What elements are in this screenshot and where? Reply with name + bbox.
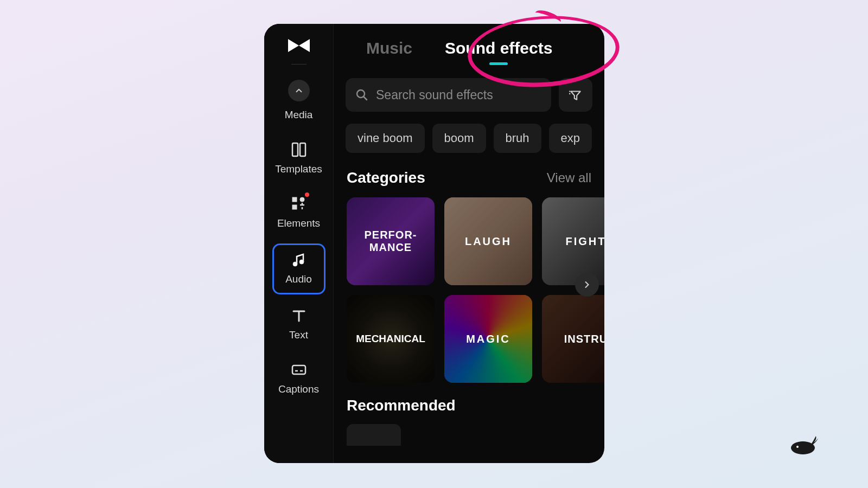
next-arrow-button[interactable]	[575, 273, 599, 297]
svg-rect-2	[292, 197, 297, 202]
svg-rect-7	[292, 365, 305, 374]
search-input[interactable]	[376, 88, 541, 102]
text-icon	[290, 306, 308, 325]
search-icon	[355, 88, 368, 101]
category-label: PERFOR- MANCE	[365, 229, 417, 254]
category-label: MECHANICAL	[356, 333, 425, 345]
recommended-item[interactable]	[347, 424, 591, 446]
notification-dot-icon	[305, 192, 309, 197]
svg-point-6	[299, 260, 304, 264]
tab-music[interactable]: Music	[366, 39, 412, 57]
recommended-title: Recommended	[347, 397, 591, 414]
chevron-right-icon	[582, 279, 592, 290]
chip-exp[interactable]: exp	[549, 124, 592, 153]
category-mechanical[interactable]: MECHANICAL	[347, 295, 435, 383]
sidebar-item-audio[interactable]: Audio	[272, 243, 326, 294]
svg-point-3	[300, 197, 304, 202]
captions-icon	[290, 361, 308, 379]
category-label: LAUGH	[465, 235, 512, 248]
category-label: MAGIC	[466, 333, 510, 345]
categories-title: Categories	[347, 169, 425, 187]
sidebar-item-text[interactable]: Text	[272, 301, 326, 349]
sidebar-item-templates[interactable]: Templates	[272, 135, 326, 183]
audio-panel: Media Templates Elements Audio Te	[264, 24, 604, 463]
sidebar-label: Audio	[285, 273, 312, 285]
svg-point-10	[796, 446, 799, 448]
filter-icon	[569, 88, 583, 102]
chip-vine-boom[interactable]: vine boom	[346, 124, 425, 153]
categories-header: Categories View all	[334, 153, 604, 187]
chip-boom[interactable]: boom	[432, 124, 486, 153]
watermark-icon	[788, 434, 819, 455]
audio-icon	[290, 251, 308, 269]
tab-bar: Music Sound effects	[334, 24, 604, 68]
category-fight[interactable]: FIGHT	[542, 197, 604, 285]
svg-point-5	[293, 262, 297, 266]
sidebar-label: Text	[289, 329, 308, 341]
category-magic[interactable]: MAGIC	[444, 295, 532, 383]
recommended-thumb	[347, 424, 401, 446]
sidebar-item-elements[interactable]: Elements	[272, 189, 326, 237]
elements-icon	[290, 195, 308, 213]
sidebar-label: Elements	[277, 217, 320, 229]
app-logo-icon	[287, 36, 311, 55]
category-laugh[interactable]: LAUGH	[444, 197, 532, 285]
sidebar-item-media[interactable]: Media	[272, 74, 326, 129]
categories-grid: PERFOR- MANCE MECHANICAL LAUGH MAGIC FIG…	[334, 187, 604, 383]
svg-point-9	[791, 441, 815, 454]
tab-sound-effects[interactable]: Sound effects	[445, 39, 552, 57]
sidebar: Media Templates Elements Audio Te	[264, 24, 334, 463]
svg-rect-0	[292, 143, 298, 156]
category-performance[interactable]: PERFOR- MANCE	[347, 197, 435, 285]
svg-rect-1	[300, 143, 305, 156]
category-label: FIGHT	[566, 235, 605, 248]
category-instru[interactable]: INSTRU	[542, 295, 604, 383]
chip-bruh[interactable]: bruh	[494, 124, 541, 153]
sidebar-label: Captions	[278, 383, 319, 395]
collapse-icon[interactable]	[288, 80, 310, 101]
recommended-section: Recommended	[334, 383, 604, 446]
separator	[291, 64, 307, 65]
sidebar-label: Media	[285, 109, 313, 121]
filter-button[interactable]	[559, 78, 592, 112]
view-all-link[interactable]: View all	[547, 170, 591, 185]
sidebar-label: Templates	[275, 163, 322, 175]
suggestion-chips: vine boom boom bruh exp	[334, 112, 604, 153]
svg-rect-4	[292, 205, 297, 209]
content-area: Music Sound effects vine boom boom bruh …	[334, 24, 604, 463]
search-row	[334, 68, 604, 112]
templates-icon	[290, 140, 308, 159]
sidebar-item-captions[interactable]: Captions	[272, 355, 326, 403]
search-box[interactable]	[346, 78, 551, 112]
category-label: INSTRU	[564, 333, 604, 345]
